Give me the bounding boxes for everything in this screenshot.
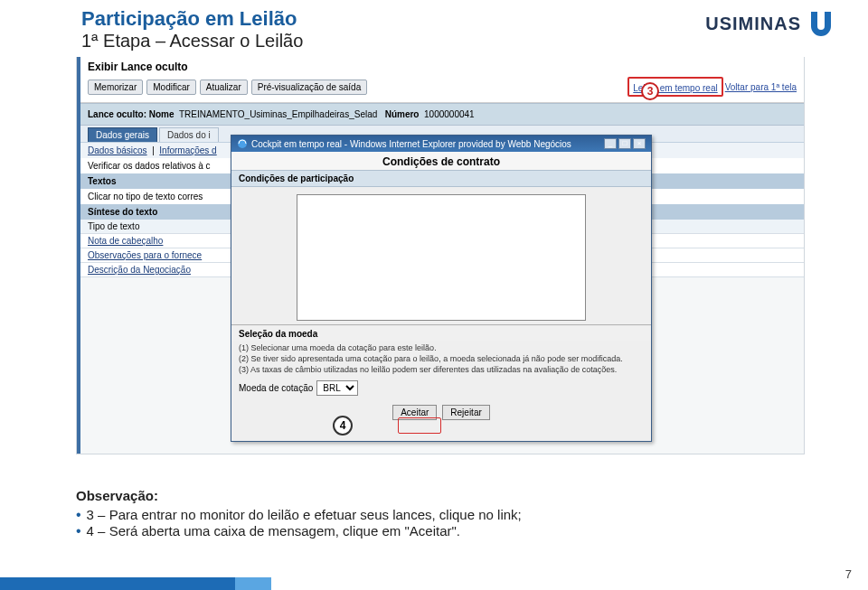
preview-button[interactable]: Pré-visualização de saída [251, 80, 368, 95]
bullet-icon: • [76, 523, 81, 539]
bid-name-label: Lance oculto: Nome [88, 109, 175, 119]
maximize-button[interactable]: □ [618, 138, 631, 149]
ie-icon [237, 138, 248, 149]
brand-logo: USIMINAS [705, 9, 835, 38]
modify-button[interactable]: Modificar [146, 80, 196, 95]
currency-select[interactable]: BRL [316, 380, 358, 396]
popup-window-title: Cockpit em tempo real - Windows Internet… [251, 139, 571, 149]
subtab-dados-basicos[interactable]: Dados básicos [88, 145, 147, 155]
currency-instructions: (1) Selecionar uma moeda da cotação para… [231, 341, 651, 377]
bid-number-label: Número [385, 109, 420, 119]
list-link-obs[interactable]: Observações para o fornece [88, 250, 202, 260]
screenshot-area: Exibir Lance oculto Memorizar Modificar … [76, 57, 805, 454]
conditions-textarea[interactable] [297, 194, 586, 321]
instr-line-3: (3) As taxas de câmbio utilizadas no lei… [239, 364, 644, 375]
bid-number-value: 1000000041 [424, 109, 475, 119]
refresh-button[interactable]: Atualizar [200, 80, 248, 95]
subtab-informacoes[interactable]: Informações d [159, 145, 216, 155]
tab-dados-do[interactable]: Dados do i [159, 127, 219, 142]
observation-title: Observação: [76, 488, 522, 503]
close-button[interactable]: × [633, 138, 646, 149]
observation-block: Observação: •3 – Para entrar no monitor … [76, 488, 522, 539]
reject-button[interactable]: Rejeitar [442, 405, 489, 420]
memorize-button[interactable]: Memorizar [88, 80, 143, 95]
callout-3: 3 [641, 82, 659, 100]
page-number: 7 [845, 567, 852, 581]
bid-info-band: Lance oculto: Nome TREINAMENTO_Usiminas_… [77, 103, 804, 126]
go-back-link[interactable]: Voltar para 1ª tela [725, 82, 797, 92]
currency-section-header: Seleção da moeda [231, 327, 651, 341]
popup-titlebar[interactable]: Cockpit em tempo real - Windows Internet… [231, 136, 651, 152]
observation-line-2: 4 – Será aberta uma caixa de mensagem, c… [87, 523, 460, 538]
popup-heading: Condições de contrato [231, 152, 651, 170]
tab-dados-gerais[interactable]: Dados gerais [88, 127, 157, 142]
accept-button[interactable]: Aceitar [392, 405, 437, 420]
instr-line-1: (1) Selecionar uma moeda da cotação para… [239, 342, 644, 353]
popup-window: Cockpit em tempo real - Windows Internet… [231, 135, 652, 442]
brand-name: USIMINAS [705, 14, 801, 34]
callout-4: 4 [333, 416, 353, 435]
minimize-button[interactable]: _ [604, 138, 617, 149]
bullet-icon: • [76, 507, 81, 523]
brand-u-icon [807, 9, 835, 38]
page-heading: Exibir Lance oculto [77, 57, 804, 73]
left-accent-bar [77, 57, 80, 454]
list-link-descr[interactable]: Descrição da Negociação [88, 265, 191, 275]
footer-accent-dark [0, 577, 235, 590]
list-link-nota[interactable]: Nota de cabeçalho [88, 236, 163, 246]
toolbar: Memorizar Modificar Atualizar Pré-visual… [77, 73, 804, 103]
bid-name-value: TREINAMENTO_Usiminas_Empilhadeiras_Selad [179, 109, 377, 119]
footer-accent-light [235, 577, 271, 590]
instr-line-2: (2) Se tiver sido apresentada uma cotaçã… [239, 353, 644, 364]
observation-line-1: 3 – Para entrar no monitor do leilão e e… [87, 507, 522, 522]
popup-subtab[interactable]: Condições de participação [231, 170, 651, 187]
currency-label: Moeda de cotação [239, 383, 313, 393]
